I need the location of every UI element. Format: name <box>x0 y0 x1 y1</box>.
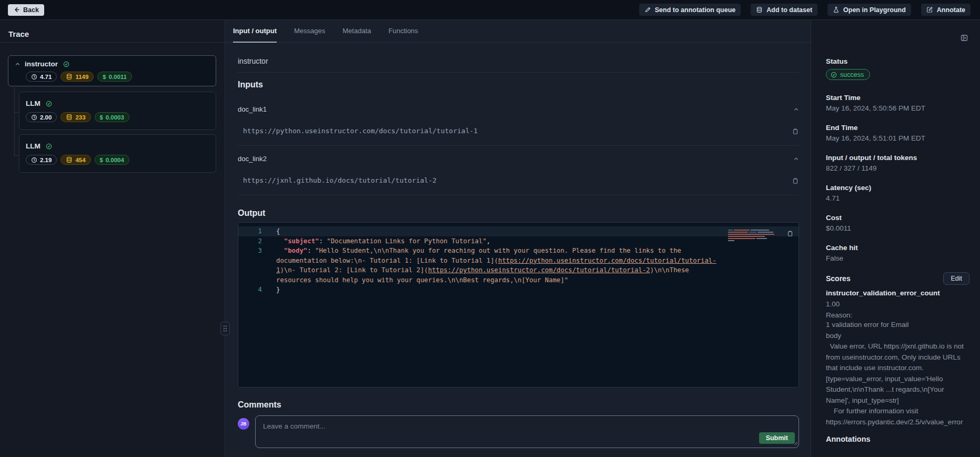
score-name: instructor_validation_error_count <box>826 289 969 297</box>
trace-panel: Trace instructor 4.71 1149 $0.0011 LLM 2… <box>0 20 225 457</box>
copy-icon <box>792 177 799 184</box>
code-line: 4 } <box>238 285 799 295</box>
check-circle-icon <box>46 143 52 150</box>
collapse-panel-button[interactable] <box>959 33 969 45</box>
field-label-cache-hit: Cache hit <box>826 244 969 252</box>
node-badges: 2.00 233 $0.0003 <box>26 112 209 122</box>
check-circle-icon <box>63 61 69 67</box>
field-label-latency-sec: Latency (sec) <box>826 184 969 192</box>
node-badges: 2.19 454 $0.0004 <box>26 155 209 165</box>
input-label: doc_link2 <box>238 155 267 163</box>
main-content: instructor Inputs doc_link1 https://pyth… <box>225 43 811 457</box>
input-group-doc_link1: doc_link1 https://python.useinstructor.c… <box>238 105 799 146</box>
resize-handle-icon[interactable] <box>793 439 798 447</box>
collapse-input-button[interactable] <box>793 106 799 112</box>
field-value-end-time: May 16, 2024, 5:51:01 PM EDT <box>826 134 969 143</box>
tree-connector-vertical <box>14 87 15 155</box>
database-icon <box>66 114 73 121</box>
panel-resize-handle[interactable] <box>220 322 230 335</box>
divider <box>238 145 799 146</box>
tab-input-output[interactable]: Input / output <box>233 20 277 43</box>
inputs-list: doc_link1 https://python.useinstructor.c… <box>238 105 799 195</box>
copy-icon <box>786 230 794 237</box>
latency-badge: 2.19 <box>26 155 57 165</box>
field-cost: Cost $0.0011 <box>826 214 969 233</box>
input-value: https://python.useinstructor.com/docs/tu… <box>243 127 478 135</box>
open-in-playground-label: Open in Playground <box>843 6 906 14</box>
trace-panel-title: Trace <box>8 29 216 38</box>
field-start-time: Start Time May 16, 2024, 5:50:56 PM EDT <box>826 94 969 113</box>
comment-box: Submit <box>255 415 799 448</box>
tab-functions[interactable]: Functions <box>388 20 418 43</box>
trace-node-instructor[interactable]: instructor 4.71 1149 $0.0011 <box>8 55 216 86</box>
back-button[interactable]: Back <box>8 4 44 16</box>
send-to-annotation-queue-button[interactable]: Send to annotation queue <box>639 4 741 16</box>
copy-input-button[interactable] <box>792 127 799 135</box>
check-circle-icon <box>46 101 52 107</box>
chevron-up-icon[interactable] <box>15 61 21 67</box>
field-end-time: End Time May 16, 2024, 5:51:01 PM EDT <box>826 124 969 143</box>
code-minimap[interactable] <box>728 229 780 245</box>
score-reason-label: Reason: <box>826 311 969 319</box>
latency-badge: 4.71 <box>26 72 57 82</box>
code-lines: 1 { 2 "subject": "Documentation Links fo… <box>238 226 799 295</box>
node-name: LLM <box>26 100 41 107</box>
open-in-playground-button[interactable]: Open in Playground <box>827 4 911 16</box>
field-label-status: Status <box>826 58 969 65</box>
topbar-actions: Send to annotation queueAdd to datasetOp… <box>639 4 971 16</box>
cost-badge: $0.0003 <box>95 112 129 122</box>
run-details-fields: Status success Start Time May 16, 2024, … <box>826 58 969 263</box>
trace-node-llm[interactable]: LLM 2.19 454 $0.0004 <box>19 134 216 173</box>
latency-badge: 2.00 <box>26 112 57 122</box>
copy-output-button[interactable] <box>786 230 794 237</box>
score-value: 1.00 <box>826 300 969 308</box>
tab-metadata[interactable]: Metadata <box>342 20 371 43</box>
node-name: instructor <box>25 60 58 68</box>
add-to-dataset-button[interactable]: Add to dataset <box>751 4 817 16</box>
field-label-input-output-total-tokens: Input / output / total tokens <box>826 154 969 162</box>
code-line: 1 { <box>238 226 799 236</box>
trace-header: Trace <box>0 20 225 43</box>
flask-icon <box>833 6 840 13</box>
line-number: 3 <box>238 246 276 285</box>
top-bar: Back Send to annotation queueAdd to data… <box>0 0 980 20</box>
arrow-left-icon <box>13 6 20 13</box>
send-to-annotation-queue-label: Send to annotation queue <box>655 6 735 14</box>
field-label-cost: Cost <box>826 214 969 222</box>
details-panel: Status success Start Time May 16, 2024, … <box>811 20 980 457</box>
divider <box>238 195 799 195</box>
node-name: LLM <box>26 142 41 150</box>
annotate-button[interactable]: Annotate <box>921 4 971 16</box>
tree-connector-stub <box>14 155 19 156</box>
annotate-label: Annotate <box>937 6 965 14</box>
submit-comment-button[interactable]: Submit <box>759 432 795 444</box>
tokens-badge: 233 <box>60 112 90 122</box>
field-latency-sec: Latency (sec) 4.71 <box>826 184 969 203</box>
input-group-doc_link2: doc_link2 https://jxnl.github.io/docs/tu… <box>238 155 799 195</box>
field-value-cost: $0.0011 <box>826 224 969 233</box>
database-icon <box>66 156 73 163</box>
input-value: https://jxnl.github.io/docs/tutorial/tut… <box>243 176 437 184</box>
code-line: 3 "body": "Hello Student,\n\nThank you f… <box>238 246 799 285</box>
comment-input[interactable] <box>256 416 799 448</box>
divider <box>238 72 799 73</box>
database-icon <box>756 6 763 13</box>
output-code-editor[interactable]: 1 { 2 "subject": "Documentation Links fo… <box>238 222 799 388</box>
tab-messages[interactable]: Messages <box>294 20 325 43</box>
check-circle-icon <box>831 72 837 78</box>
field-label-start-time: Start Time <box>826 94 969 102</box>
line-number: 2 <box>238 236 276 246</box>
field-input-output-total-tokens: Input / output / total tokens 822 / 327 … <box>826 154 969 173</box>
collapse-input-button[interactable] <box>793 156 799 162</box>
database-icon <box>66 73 73 80</box>
tokens-badge: 454 <box>60 155 90 165</box>
field-label-end-time: End Time <box>826 124 969 132</box>
line-number: 4 <box>238 285 276 295</box>
field-status: Status success <box>826 58 969 80</box>
add-to-dataset-label: Add to dataset <box>766 6 812 14</box>
copy-input-button[interactable] <box>792 177 799 184</box>
comments-heading: Comments <box>238 400 799 410</box>
annotations-heading: Annotations <box>826 435 969 443</box>
edit-scores-button[interactable]: Edit <box>943 272 969 285</box>
trace-node-llm[interactable]: LLM 2.00 233 $0.0003 <box>19 92 216 130</box>
